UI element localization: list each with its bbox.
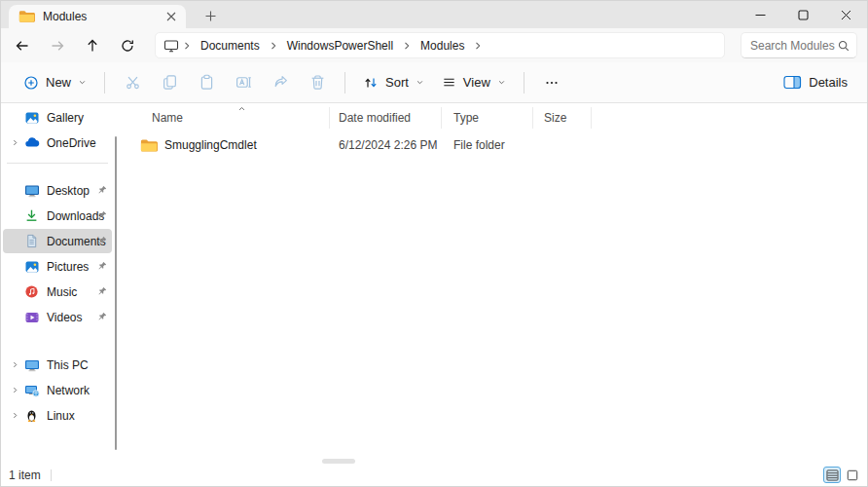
view-list-icon (442, 75, 456, 90)
pin-icon (96, 285, 108, 297)
pin-icon (96, 209, 108, 221)
large-icons-view-toggle[interactable] (844, 467, 861, 483)
folder-icon (140, 138, 158, 153)
this-pc-monitor-icon[interactable] (163, 38, 179, 54)
sidebar-item-documents[interactable]: Documents (3, 229, 112, 253)
details-view-toggle[interactable] (823, 467, 841, 483)
new-button-label: New (46, 75, 71, 90)
sort-ascending-caret-icon[interactable] (236, 103, 247, 114)
file-explorer-window: Modules (0, 0, 868, 487)
pin-icon (96, 235, 108, 246)
sidebar-item-label: Desktop (47, 184, 90, 198)
breadcrumb-chevron-icon[interactable] (181, 40, 193, 52)
paste-button[interactable] (188, 67, 225, 98)
sort-button-label: Sort (385, 75, 409, 90)
sidebar-item-label: OneDrive (47, 136, 96, 150)
status-bar: 1 item (1, 465, 867, 486)
chevron-right-icon[interactable] (7, 411, 23, 420)
sidebar-scrollbar[interactable] (115, 136, 117, 450)
up-button[interactable] (75, 31, 110, 60)
file-type: File folder (442, 138, 533, 152)
toolbar-separator (524, 72, 524, 94)
close-button[interactable] (824, 1, 867, 28)
sidebar-item-downloads[interactable]: Downloads (3, 204, 112, 228)
more-options-button[interactable] (533, 67, 570, 98)
item-count: 1 item (9, 468, 41, 482)
back-button[interactable] (5, 31, 40, 60)
chevron-right-icon[interactable] (7, 360, 23, 369)
ellipsis-icon (544, 75, 560, 91)
sidebar-item-videos[interactable]: Videos (3, 305, 112, 329)
large-icons-view-icon (847, 469, 858, 481)
sidebar-item-label: Music (47, 285, 77, 299)
view-button[interactable]: View (433, 67, 515, 98)
copy-button[interactable] (151, 67, 188, 98)
cut-button[interactable] (114, 67, 151, 98)
horizontal-scrollbar-thumb[interactable] (322, 459, 355, 464)
sidebar-item-desktop[interactable]: Desktop (3, 178, 112, 203)
new-tab-button[interactable] (198, 6, 223, 25)
details-button-label: Details (809, 75, 848, 90)
desktop-icon (23, 183, 40, 199)
breadcrumb-modules[interactable]: Modules (415, 36, 470, 56)
chevron-down-icon (78, 78, 87, 87)
navigation-bar: Documents WindowsPowerShell Modules (1, 28, 867, 62)
sidebar-item-this-pc[interactable]: This PC (3, 353, 112, 377)
search-input[interactable] (750, 39, 837, 53)
sidebar-item-network[interactable]: Network (3, 378, 112, 402)
refresh-button[interactable] (110, 31, 145, 60)
column-header-size[interactable]: Size (533, 107, 592, 129)
file-row-smugglingcmdlet[interactable]: SmugglingCmdlet 6/12/2024 2:26 PM File f… (127, 134, 867, 156)
delete-button[interactable] (299, 67, 336, 98)
breadcrumb-chevron-icon[interactable] (472, 40, 484, 52)
breadcrumb-windowspowershell[interactable]: WindowsPowerShell (281, 36, 399, 56)
search-icon[interactable] (837, 39, 850, 53)
sidebar-separator (7, 163, 108, 164)
details-view-icon (826, 469, 839, 481)
rename-button[interactable] (225, 67, 262, 98)
videos-icon (23, 310, 40, 325)
search-box[interactable] (741, 32, 857, 58)
breadcrumb-chevron-icon[interactable] (401, 40, 413, 52)
music-icon (23, 284, 40, 300)
toolbar-separator (344, 72, 345, 94)
command-toolbar: New Sort (1, 62, 867, 103)
network-icon (23, 383, 40, 398)
minimize-button[interactable] (739, 1, 781, 28)
forward-button[interactable] (40, 31, 75, 60)
tab-close-icon[interactable] (163, 8, 180, 25)
new-plus-circle-icon (23, 75, 39, 91)
chevron-right-icon[interactable] (7, 138, 23, 147)
tab-title: Modules (43, 10, 163, 23)
sidebar-item-onedrive[interactable]: OneDrive (3, 131, 112, 155)
linux-penguin-icon (23, 408, 40, 424)
content-area: Gallery OneDrive Desktop (1, 103, 867, 465)
sidebar-item-label: Videos (47, 311, 82, 324)
sidebar-item-label: This PC (47, 358, 89, 372)
file-date-modified: 6/12/2024 2:26 PM (330, 138, 442, 152)
address-bar[interactable]: Documents WindowsPowerShell Modules (155, 32, 725, 58)
column-header-type[interactable]: Type (442, 107, 533, 129)
breadcrumb-documents[interactable]: Documents (195, 36, 266, 56)
view-toggle-group (823, 467, 861, 483)
sort-button[interactable]: Sort (354, 67, 433, 98)
breadcrumb-chevron-icon[interactable] (268, 40, 279, 52)
chevron-right-icon[interactable] (7, 386, 23, 394)
sidebar-item-label: Pictures (47, 260, 89, 274)
new-button[interactable]: New (15, 67, 95, 98)
details-pane-icon (783, 75, 802, 90)
file-name: SmugglingCmdlet (164, 138, 257, 152)
details-pane-button[interactable]: Details (776, 67, 855, 98)
maximize-button[interactable] (781, 1, 824, 28)
share-button[interactable] (262, 67, 299, 98)
sidebar-item-linux[interactable]: Linux (3, 403, 112, 428)
column-headers: Name Date modified Type Size (127, 105, 867, 131)
gallery-icon (23, 110, 40, 126)
column-header-name[interactable]: Name (127, 107, 330, 129)
sidebar-item-music[interactable]: Music (3, 280, 112, 304)
view-button-label: View (463, 75, 490, 90)
sidebar-item-pictures[interactable]: Pictures (3, 254, 112, 279)
column-header-date-modified[interactable]: Date modified (330, 107, 442, 129)
sidebar-item-gallery[interactable]: Gallery (3, 105, 112, 130)
explorer-tab[interactable]: Modules (9, 5, 186, 28)
